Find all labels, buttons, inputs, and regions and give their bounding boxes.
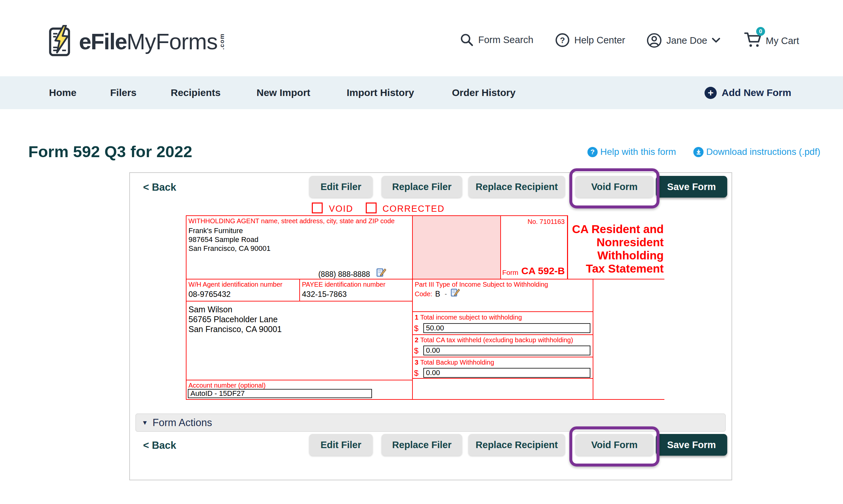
line2-dollar-sign: $ [414,346,418,355]
form-border-bottom [186,399,664,400]
line1-label: 1 Total income subject to withholding [415,314,522,321]
edit-code-icon[interactable] [450,288,460,299]
main-navbar: Home Filers Recipients New Import Import… [0,76,843,109]
back-link-bottom[interactable]: < Back [143,439,176,451]
cart-count-badge: 0 [756,27,765,36]
form-id-divider [299,279,300,301]
corrected-checkbox[interactable] [366,202,376,213]
ca-592b-form: WITHHOLDING AGENT name, street address, … [186,215,664,400]
line3-dollar-sign: $ [414,368,418,378]
my-cart-link[interactable]: 0 My Cart [744,32,799,50]
page-title: Form 592 Q3 for 2022 [28,142,192,161]
account-number-label: Account number (optional) [189,382,266,389]
corrected-checkbox-label: CORRECTED [383,204,445,214]
payee-id-value: 432-15-7863 [302,290,347,299]
user-name: Jane Doe [666,35,707,46]
line2-label: 2 Total CA tax withheld (excluding backu… [415,336,573,344]
replace-recipient-button-top[interactable]: Replace Recipient [468,176,565,198]
form-border-top [186,215,568,216]
nav-item-new-import[interactable]: New Import [257,76,310,109]
user-menu[interactable]: Jane Doe [647,33,720,48]
logo-text-com: .com [219,33,226,50]
logo[interactable]: eFile MyForms .com [48,25,226,58]
form-line-under-line2 [412,357,593,357]
edit-filer-button-bottom[interactable]: Edit Filer [309,434,373,456]
help-with-form-link[interactable]: ? Help with this form [587,147,676,157]
replace-recipient-button-bottom[interactable]: Replace Recipient [468,434,565,456]
download-instructions-label: Download instructions (.pdf) [706,147,820,157]
form-line-under-part3 [412,311,593,312]
logo-text-myforms: MyForms [127,29,217,54]
page: eFile MyForms .com Form Search ? Help Ce… [0,0,843,504]
void-checkbox[interactable] [312,202,323,213]
wh-agent-id-value: 08-9765432 [189,290,231,299]
back-link-top[interactable]: < Back [143,181,176,193]
edit-filer-button-top[interactable]: Edit Filer [309,176,373,198]
form-pink-right-divider [500,215,501,279]
line1-dollar-sign: $ [414,324,418,333]
replace-filer-button-top[interactable]: Replace Filer [382,176,462,198]
code-value: B [435,290,440,299]
form-search-label: Form Search [478,35,533,46]
recipient-name: Sam Wilson [189,305,232,314]
logo-clipboard-bolt-icon [48,25,74,58]
form-word-label: Form [502,269,519,276]
line3-label: 3 Total Backup Withholding [415,359,494,366]
pink-shaded-box [413,216,500,279]
agent-street: 987654 Sample Road [189,235,259,244]
payee-id-label: PAYEE identification number [302,281,386,288]
add-new-form-label: Add New Form [722,87,791,98]
svg-text:?: ? [560,36,565,45]
agent-name: Frank's Furniture [189,227,243,235]
form-right-column-divider [593,279,593,399]
my-cart-label: My Cart [766,36,799,46]
help-center-link[interactable]: ? Help Center [555,33,625,47]
nav-item-recipients[interactable]: Recipients [171,76,221,109]
triangle-down-icon: ▼ [142,419,148,427]
logo-text-efile: eFile [79,29,127,54]
void-form-button-top[interactable]: Void Form [575,176,653,198]
help-center-label: Help Center [574,35,625,46]
help-circle-icon: ? [587,147,598,157]
recipient-city-state-zip: San Francisco, CA 90001 [189,324,282,334]
add-new-form-button[interactable]: + Add New Form [704,76,791,109]
void-checkbox-label: VOID [329,204,353,214]
code-label: Code: [415,290,432,298]
form-line-under-id-row [186,301,412,302]
search-icon [460,33,474,47]
line1-amount-input[interactable] [423,323,591,333]
recipient-street: 56765 Placeholder Lane [189,314,278,324]
form-line-under-line3 [412,378,593,379]
nav-item-filers[interactable]: Filers [110,76,137,109]
replace-filer-button-bottom[interactable]: Replace Filer [382,434,462,456]
form-actions-label: Form Actions [153,417,212,429]
void-form-button-bottom[interactable]: Void Form [575,434,653,456]
nav-item-home[interactable]: Home [49,76,76,109]
user-avatar-icon [647,33,662,48]
form-border-left [186,215,187,400]
form-line-under-line1 [412,334,593,335]
help-with-form-label: Help with this form [600,147,676,157]
form-title: CA Resident and Nonresident Withholding … [569,222,664,275]
download-circle-icon [693,147,704,157]
form-line-above-account [186,380,412,380]
question-circle-icon: ? [555,33,570,47]
agent-phone: (888) 888-8888 [262,270,370,279]
plus-circle-icon: + [704,87,717,99]
form-search-link[interactable]: Form Search [460,33,533,47]
download-instructions-link[interactable]: Download instructions (.pdf) [693,147,820,157]
agent-label: WITHHOLDING AGENT name, street address, … [189,217,395,225]
account-number-input[interactable] [188,389,372,398]
form-actions-bar[interactable]: ▼ Form Actions [136,414,725,432]
nav-item-import-history[interactable]: Import History [347,76,414,109]
form-no-cell-divider [567,215,568,279]
save-form-button-top[interactable]: Save Form [656,176,727,198]
line3-amount-input[interactable] [423,368,591,378]
part3-label: Part III Type of Income Subject to Withh… [415,281,548,288]
form-number: CA 592-B [521,265,565,276]
nav-item-order-history[interactable]: Order History [452,76,515,109]
save-form-button-bottom[interactable]: Save Form [656,434,727,456]
line2-amount-input[interactable] [423,345,591,355]
order-number: No. 7101163 [502,218,565,226]
edit-phone-icon[interactable] [376,267,386,279]
